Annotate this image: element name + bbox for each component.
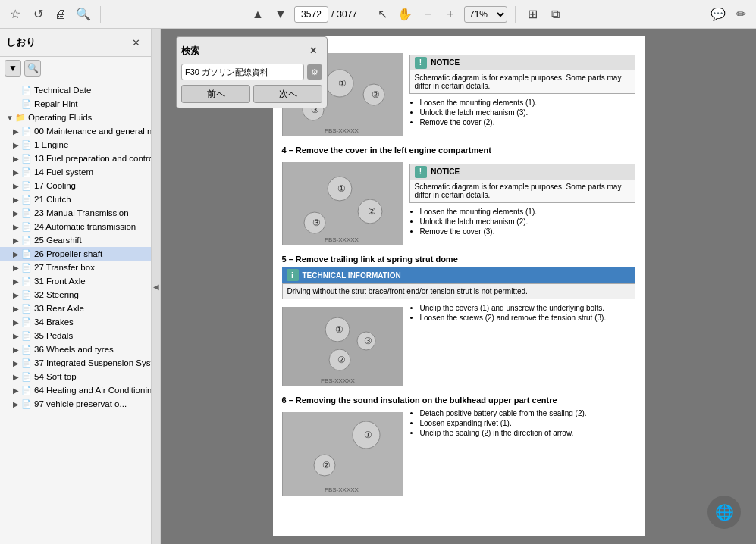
- sidebar-item-27-transfer-box[interactable]: ▶ 📄 27 Transfer box: [0, 261, 151, 274]
- sidebar-item-label: 25 Gearshift: [34, 236, 82, 245]
- page-up-icon[interactable]: ▲: [249, 5, 267, 23]
- tech-info-header: i TECHNICAL INFORMATION: [282, 267, 635, 283]
- step-item: Unlock the latch mechanism (3).: [420, 108, 635, 117]
- search-text-input[interactable]: [181, 64, 304, 80]
- section4-content: ① ② ③ FBS-XXXXX ! NOTICE: [282, 159, 635, 249]
- grid-icon[interactable]: ⊞: [523, 5, 541, 23]
- toolbar: ☆ ↺ 🖨 🔍 ▲ ▼ / 3077 ↖ ✋ − + 71% 50% 75% 1…: [0, 0, 756, 29]
- sidebar-item-1-engine[interactable]: ▶ 📄 1 Engine: [0, 138, 151, 152]
- notice-body-1: Schematic diagram is for example purpose…: [410, 70, 635, 93]
- step-item: Loosen the mounting elements (1).: [420, 208, 635, 216]
- sidebar-item-26-propeller-shaft[interactable]: ▶ 📄 26 Propeller shaft: [0, 247, 151, 261]
- sidebar-title: しおり: [6, 36, 36, 49]
- sidebar-item-operating-fluids[interactable]: ▼ 📁 Operating Fluids: [0, 111, 151, 124]
- tech-info-text: Driving without the strut brace/front en…: [287, 287, 528, 295]
- sidebar-item-35-pedals[interactable]: ▶ 📄 35 Pedals: [0, 329, 151, 342]
- sidebar-item-label: 31 Front Axle: [34, 277, 86, 286]
- book-icon: 📄: [21, 330, 32, 341]
- expand-icon: ▶: [11, 208, 21, 218]
- book-icon: 📄: [21, 235, 32, 245]
- expand-icon: ▶: [11, 153, 21, 164]
- sidebar-item-label: 13 Fuel preparation and control: [34, 154, 151, 163]
- sidebar-item-32-steering[interactable]: ▶ 📄 32 Steering: [0, 288, 151, 302]
- sidebar-item-label: 27 Transfer box: [34, 263, 95, 272]
- svg-text:②: ②: [322, 460, 331, 471]
- print-icon[interactable]: 🖨: [52, 5, 70, 23]
- book-icon: 📄: [21, 167, 32, 177]
- page-total: 3077: [337, 9, 357, 20]
- expand-icon: ▶: [11, 235, 21, 245]
- sidebar-item-37-integrated[interactable]: ▶ 📄 37 Integrated Suspension Systems: [0, 356, 151, 370]
- expand-icon: ▶: [11, 289, 21, 300]
- sidebar-collapse-handle[interactable]: ◀: [152, 29, 161, 544]
- sidebar-item-17-cooling[interactable]: ▶ 📄 17 Cooling: [0, 179, 151, 192]
- section6-title: 6 – Removing the sound insulation on the…: [282, 395, 635, 405]
- search-prev-button[interactable]: 前へ: [181, 85, 250, 103]
- bookmark-icon[interactable]: ☆: [6, 5, 24, 23]
- sidebar-search-icon[interactable]: 🔍: [24, 60, 41, 77]
- sidebar-item-14-fuel-system[interactable]: ▶ 📄 14 Fuel system: [0, 165, 151, 179]
- search-close-icon[interactable]: ✕: [304, 42, 322, 60]
- sidebar-item-33-rear-axle[interactable]: ▶ 📄 33 Rear Axle: [0, 302, 151, 315]
- sidebar-item-label: 36 Wheels and tyres: [34, 345, 114, 354]
- sidebar-item-00-maintenance[interactable]: ▶ 📄 00 Maintenance and general note: [0, 124, 151, 138]
- sidebar-item-34-brakes[interactable]: ▶ 📄 34 Brakes: [0, 315, 151, 329]
- page-wrapper: ① ② ③ FBS-XXXXX ! NOTICE: [273, 36, 645, 536]
- zoom-select[interactable]: 71% 50% 75% 100% 125% 150%: [464, 6, 507, 23]
- sidebar-item-24-automatic[interactable]: ▶ 📄 24 Automatic transmission: [0, 220, 151, 233]
- sidebar-item-54-soft-top[interactable]: ▶ 📄 54 Soft top: [0, 370, 151, 383]
- search-gear-icon[interactable]: ⚙: [307, 64, 322, 80]
- sidebar-item-label: Repair Hint: [34, 99, 78, 108]
- comment-icon[interactable]: 💬: [709, 5, 727, 23]
- book-icon: 📄: [21, 221, 32, 232]
- sidebar-item-25-gearshift[interactable]: ▶ 📄 25 Gearshift: [0, 233, 151, 247]
- svg-text:FBS-XXXXX: FBS-XXXXX: [325, 127, 359, 134]
- expand-icon: ▶: [11, 385, 21, 395]
- expand-icon: ▶: [11, 249, 21, 259]
- sidebar-item-technical-date[interactable]: 📄 Technical Date: [0, 83, 151, 97]
- page-down-icon[interactable]: ▼: [271, 5, 290, 23]
- zoom-lens-icon[interactable]: 🔍: [74, 5, 93, 23]
- tech-info-icon: i: [287, 269, 299, 281]
- back-icon[interactable]: ↺: [29, 5, 47, 23]
- expand-icon: ▶: [11, 167, 21, 177]
- sidebar-item-repair-hint[interactable]: 📄 Repair Hint: [0, 97, 151, 111]
- svg-text:①: ①: [338, 78, 347, 89]
- book-icon: 📄: [21, 276, 32, 286]
- steps-list-3: Unclip the covers (1) and unscrew the un…: [409, 304, 635, 322]
- book-icon: 📄: [21, 317, 32, 327]
- sidebar-close-icon[interactable]: ✕: [127, 33, 145, 52]
- zoom-in-icon[interactable]: +: [441, 5, 460, 23]
- sidebar-item-31-front-axle[interactable]: ▶ 📄 31 Front Axle: [0, 274, 151, 288]
- step-item: Loosen the screws (2) and remove the ten…: [420, 314, 635, 322]
- sidebar-item-13-fuel-prep[interactable]: ▶ 📄 13 Fuel preparation and control: [0, 152, 151, 165]
- sidebar-item-label: 24 Automatic transmission: [34, 222, 136, 231]
- svg-rect-8: [283, 162, 403, 245]
- search-next-button[interactable]: 次へ: [253, 85, 322, 103]
- step-item: Remove the cover (2).: [420, 118, 635, 127]
- section6-content: ① ② FBS-XXXXX Detach positive battery ca…: [282, 409, 635, 499]
- step-item: Detach positive battery cable from the s…: [420, 409, 635, 417]
- sidebar-search-dropdown[interactable]: ▼: [5, 60, 21, 77]
- pen-icon[interactable]: ✏: [732, 5, 750, 23]
- zoom-out-icon[interactable]: −: [419, 5, 437, 23]
- sidebar-item-64-heating[interactable]: ▶ 📄 64 Heating and Air Conditioning: [0, 383, 151, 397]
- hand-icon[interactable]: ✋: [396, 5, 414, 23]
- engine-image-4: ① ② FBS-XXXXX: [282, 412, 403, 496]
- step-item: Remove the cover (3).: [420, 227, 635, 236]
- sidebar-item-97-vehicle[interactable]: ▶ 📄 97 vehicle preservat o...: [0, 397, 151, 411]
- sidebar-item-label: 21 Clutch: [34, 195, 71, 204]
- globe-button[interactable]: 🌐: [707, 496, 741, 529]
- search-title-label: 検索: [181, 45, 199, 58]
- step-item: Unclip the covers (1) and unscrew the un…: [420, 304, 635, 312]
- section5-right: Unclip the covers (1) and unscrew the un…: [409, 304, 635, 324]
- layers-icon[interactable]: ⧉: [546, 5, 564, 23]
- cursor-icon[interactable]: ↖: [373, 5, 391, 23]
- sidebar-item-label: Operating Fluids: [28, 113, 92, 122]
- svg-text:③: ③: [364, 336, 372, 346]
- sidebar-item-36-wheels[interactable]: ▶ 📄 36 Wheels and tyres: [0, 342, 151, 356]
- sidebar-item-21-clutch[interactable]: ▶ 📄 21 Clutch: [0, 192, 151, 206]
- doc-container: 検索 ✕ ⚙ 前へ 次へ ①: [161, 29, 756, 544]
- page-number-input[interactable]: [294, 6, 328, 23]
- sidebar-item-23-manual-transmission[interactable]: ▶ 📄 23 Manual Transmission: [0, 206, 151, 220]
